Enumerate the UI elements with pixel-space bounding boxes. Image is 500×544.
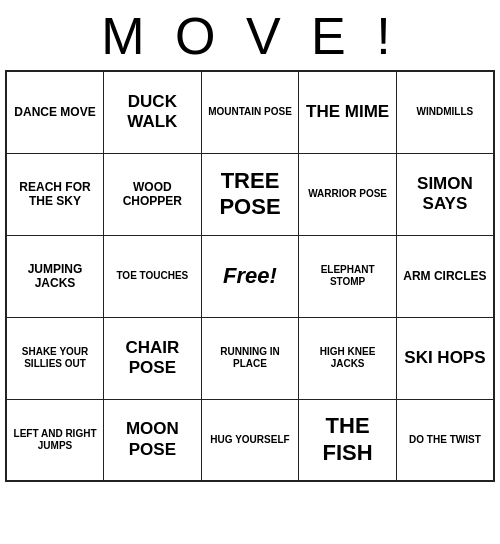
bingo-cell-3-0: SHAKE YOUR SILLIES OUT	[6, 317, 104, 399]
bingo-cell-1-1: WOOD CHOPPER	[104, 153, 202, 235]
bingo-cell-4-3: THE FISH	[299, 399, 397, 481]
bingo-cell-4-0: LEFT AND RIGHT JUMPS	[6, 399, 104, 481]
bingo-cell-4-1: MOON POSE	[104, 399, 202, 481]
bingo-cell-0-1: DUCK WALK	[104, 71, 202, 153]
bingo-cell-0-3: THE MIME	[299, 71, 397, 153]
bingo-cell-2-1: TOE TOUCHES	[104, 235, 202, 317]
bingo-cell-3-1: CHAIR POSE	[104, 317, 202, 399]
bingo-grid: DANCE MOVEDUCK WALKMOUNTAIN POSETHE MIME…	[5, 70, 495, 482]
bingo-cell-0-0: DANCE MOVE	[6, 71, 104, 153]
bingo-cell-4-4: DO THE TWIST	[396, 399, 494, 481]
bingo-cell-2-4: ARM CIRCLES	[396, 235, 494, 317]
bingo-cell-2-0: JUMPING JACKS	[6, 235, 104, 317]
bingo-cell-2-2: Free!	[201, 235, 299, 317]
bingo-cell-3-2: RUNNING IN PLACE	[201, 317, 299, 399]
bingo-cell-1-4: SIMON SAYS	[396, 153, 494, 235]
bingo-cell-1-3: WARRIOR POSE	[299, 153, 397, 235]
bingo-cell-2-3: ELEPHANT STOMP	[299, 235, 397, 317]
bingo-cell-1-0: REACH FOR THE SKY	[6, 153, 104, 235]
bingo-cell-1-2: TREE POSE	[201, 153, 299, 235]
bingo-cell-4-2: HUG YOURSELF	[201, 399, 299, 481]
bingo-cell-3-4: SKI HOPS	[396, 317, 494, 399]
bingo-cell-3-3: HIGH KNEE JACKS	[299, 317, 397, 399]
bingo-cell-0-4: WINDMILLS	[396, 71, 494, 153]
bingo-title: M O V E !	[0, 0, 500, 70]
bingo-cell-0-2: MOUNTAIN POSE	[201, 71, 299, 153]
